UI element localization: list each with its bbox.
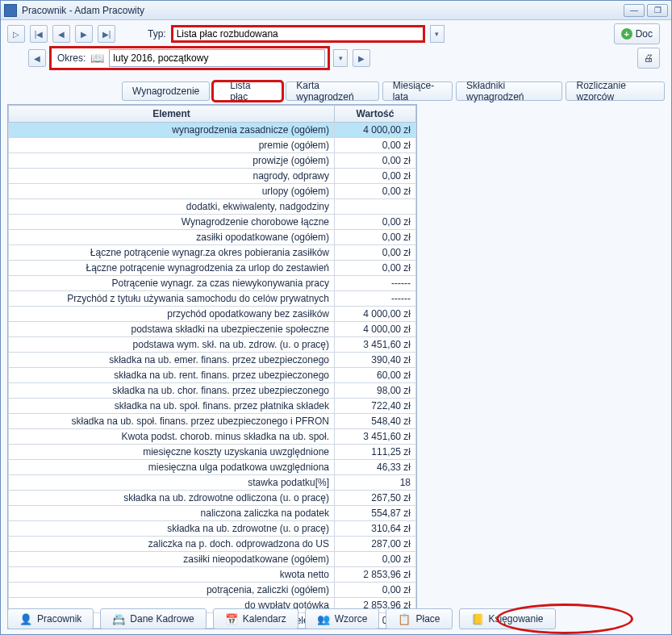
nav-prev-button[interactable]: ◀ xyxy=(52,25,70,43)
calendar-icon: 📅 xyxy=(225,612,238,625)
cell-value: 60,00 zł xyxy=(335,368,416,383)
cell-value: 0,00 zł xyxy=(335,153,416,169)
print-button[interactable]: 🖨 xyxy=(637,48,660,69)
bottom-tab-label: Płace xyxy=(415,613,440,625)
tab-rozliczanie-wzorcow[interactable]: Rozliczanie wzorców xyxy=(566,81,665,101)
cell-element: składka na ub. rent. finans. przez ubezp… xyxy=(9,368,335,383)
group-icon: 👥 xyxy=(317,612,330,625)
bottom-tab-wzorce[interactable]: 👥 Wzorce xyxy=(305,608,380,629)
cell-value: 111,25 zł xyxy=(335,445,416,460)
table-row[interactable]: nagrody, odprawy0,00 zł xyxy=(9,169,416,184)
tab-skladniki-wynagrodzen[interactable]: Składniki wynagrodzeń xyxy=(456,81,562,101)
okres-next-button[interactable]: ▶ xyxy=(353,49,370,67)
table-row[interactable]: podstawa składki na ubezpieczenie społec… xyxy=(9,322,416,337)
cell-element: miesięczne koszty uzyskania uwzględnione xyxy=(9,445,335,460)
typ-combo-dropdown[interactable]: ▾ xyxy=(430,25,445,43)
table-row[interactable]: miesięczna ulga podatkowa uwzględniona46… xyxy=(9,460,416,475)
nav-last-button[interactable]: ▶| xyxy=(98,25,115,43)
app-icon xyxy=(4,4,17,17)
bottom-tab-dane-kadrowe[interactable]: 📇 Dane Kadrowe xyxy=(100,608,206,629)
cell-value: ------ xyxy=(335,291,416,307)
okres-prev-button[interactable]: ◀ xyxy=(28,49,46,67)
table-row[interactable]: składka na ub. społ. finans. przez ubezp… xyxy=(9,414,416,429)
table-row[interactable]: składka na ub. rent. finans. przez ubezp… xyxy=(9,368,416,383)
cell-element: składka na ub. społ. finans. przez płatn… xyxy=(9,399,335,414)
tab-miesiace-lata[interactable]: Miesiące-lata xyxy=(382,81,453,101)
book-icon[interactable]: 📖 xyxy=(90,52,104,65)
table-row[interactable]: naliczona zaliczka na podatek554,87 zł xyxy=(9,506,416,521)
cell-value: 4 000,00 zł xyxy=(335,307,416,322)
table-row[interactable]: Kwota podst. chorob. minus składka na ub… xyxy=(9,429,416,445)
cell-element: Łączne potrącenie wynagrodzenia za urlop… xyxy=(9,261,335,276)
cell-element: składka na ub. chor. finans. przez ubezp… xyxy=(9,383,335,399)
typ-combo[interactable]: Lista płac rozbudowana xyxy=(171,25,425,43)
cell-value: 722,40 zł xyxy=(335,399,416,414)
nav-play-button[interactable]: ▷ xyxy=(7,25,25,43)
table-row[interactable]: stawka podatku[%]18 xyxy=(9,475,416,491)
table-row[interactable]: składka na ub. zdrowotne odliczona (u. o… xyxy=(9,491,416,506)
tab-karta-wynagrodzen[interactable]: Karta wynagrodzeń xyxy=(286,81,379,101)
cell-value: 0,00 zł xyxy=(335,169,416,184)
minimize-button[interactable]: — xyxy=(624,4,645,17)
okres-combo[interactable]: luty 2016, początkowy xyxy=(109,49,325,67)
table-row[interactable]: Potrącenie wynagr. za czas niewykonywani… xyxy=(9,276,416,291)
cell-element: Potrącenie wynagr. za czas niewykonywani… xyxy=(9,276,335,291)
cell-value: 98,00 zł xyxy=(335,383,416,399)
toolbar-area: ▷ |◀ ◀ ▶ ▶| Typ: Lista płac rozbudowana … xyxy=(1,20,671,77)
table-row[interactable]: urlopy (ogółem)0,00 zł xyxy=(9,184,416,199)
table-row[interactable]: Łączne potrącenie wynagrodzenia za urlop… xyxy=(9,261,416,276)
table-row[interactable]: Wynagrodzenie chorobowe łączne0,00 zł xyxy=(9,215,416,230)
table-row[interactable]: Łączne potrącenie wynagr.za okres pobier… xyxy=(9,245,416,261)
cell-value: 0,00 zł xyxy=(335,230,416,245)
cell-value: 2 853,96 zł xyxy=(335,567,416,583)
plus-icon: + xyxy=(621,28,632,40)
table-row[interactable]: miesięczne koszty uzyskania uwzględnione… xyxy=(9,445,416,460)
printer-icon: 🖨 xyxy=(644,52,653,64)
cell-value: 267,50 zł xyxy=(335,491,416,506)
table-row[interactable]: zasiłki nieopodatkowane (ogółem)0,00 zł xyxy=(9,552,416,567)
table-row[interactable]: premie (ogółem)0,00 zł xyxy=(9,138,416,153)
okres-combo-value: luty 2016, początkowy xyxy=(113,52,208,64)
add-document-button[interactable]: + Doc xyxy=(614,23,660,44)
add-document-label: Doc xyxy=(636,28,653,40)
okres-combo-dropdown[interactable]: ▾ xyxy=(333,49,348,67)
table-row[interactable]: wynagrodzenia zasadnicze (ogółem)4 000,0… xyxy=(9,123,416,138)
table-row[interactable]: składka na ub. emer. finans. przez ubezp… xyxy=(9,353,416,368)
bottom-tab-pracownik[interactable]: 👤 Pracownik xyxy=(7,608,94,629)
table-row[interactable]: zasiłki opodatkowane (ogółem)0,00 zł xyxy=(9,230,416,245)
table-row[interactable]: prowizje (ogółem)0,00 zł xyxy=(9,153,416,169)
cell-value: 0,00 zł xyxy=(335,215,416,230)
column-header-value[interactable]: Wartość xyxy=(335,106,416,123)
bottom-tab-label: Dane Kadrowe xyxy=(130,613,194,625)
bottom-tab-ksiegowanie[interactable]: 📒 Księgowanie xyxy=(459,608,556,629)
cell-element: wynagrodzenia zasadnicze (ogółem) xyxy=(9,123,335,138)
sheet-icon: 📋 xyxy=(398,612,411,625)
cell-element: zaliczka na p. doch. odprowadzona do US xyxy=(9,537,335,552)
cell-element: podstawa składki na ubezpieczenie społec… xyxy=(9,322,335,337)
bottom-tabs: 👤 Pracownik 📇 Dane Kadrowe 📅 Kalendarz 👥… xyxy=(7,608,671,629)
tab-wynagrodzenie[interactable]: Wynagrodzenie xyxy=(122,81,210,101)
nav-next-button[interactable]: ▶ xyxy=(75,25,93,43)
table-row[interactable]: składka na ub. chor. finans. przez ubezp… xyxy=(9,383,416,399)
table-row[interactable]: potrącenia, zaliczki (ogółem)0,00 zł xyxy=(9,583,416,598)
table-row[interactable]: podstawa wym. skł. na ub. zdrow. (u. o p… xyxy=(9,337,416,353)
table-row[interactable]: składka na ub. społ. finans. przez płatn… xyxy=(9,399,416,414)
bottom-tab-place[interactable]: 📋 Płace xyxy=(386,608,452,629)
column-header-element[interactable]: Element xyxy=(9,106,335,123)
table-row[interactable]: Przychód z tytułu używania samochodu do … xyxy=(9,291,416,307)
restore-button[interactable]: ❐ xyxy=(647,4,668,17)
table-row[interactable]: zaliczka na p. doch. odprowadzona do US2… xyxy=(9,537,416,552)
tabs-row: Wynagrodzenie Lista płac Karta wynagrodz… xyxy=(1,81,671,101)
cell-element: składka na ub. emer. finans. przez ubezp… xyxy=(9,353,335,368)
tab-lista-plac[interactable]: Lista płac xyxy=(213,81,282,101)
table-row[interactable]: składka na ub. zdrowotne (u. o pracę)310… xyxy=(9,521,416,537)
table-row[interactable]: przychód opodatkowany bez zasiłków4 000,… xyxy=(9,307,416,322)
cell-value: 548,40 zł xyxy=(335,414,416,429)
table-row[interactable]: dodatki, ekwiwalenty, nadgodziny xyxy=(9,199,416,215)
cell-element: Łączne potrącenie wynagr.za okres pobier… xyxy=(9,245,335,261)
nav-first-button[interactable]: |◀ xyxy=(30,25,48,43)
cell-element: przychód opodatkowany bez zasiłków xyxy=(9,307,335,322)
cell-value: 3 451,60 zł xyxy=(335,429,416,445)
bottom-tab-kalendarz[interactable]: 📅 Kalendarz xyxy=(213,608,298,629)
table-row[interactable]: kwota netto2 853,96 zł xyxy=(9,567,416,583)
